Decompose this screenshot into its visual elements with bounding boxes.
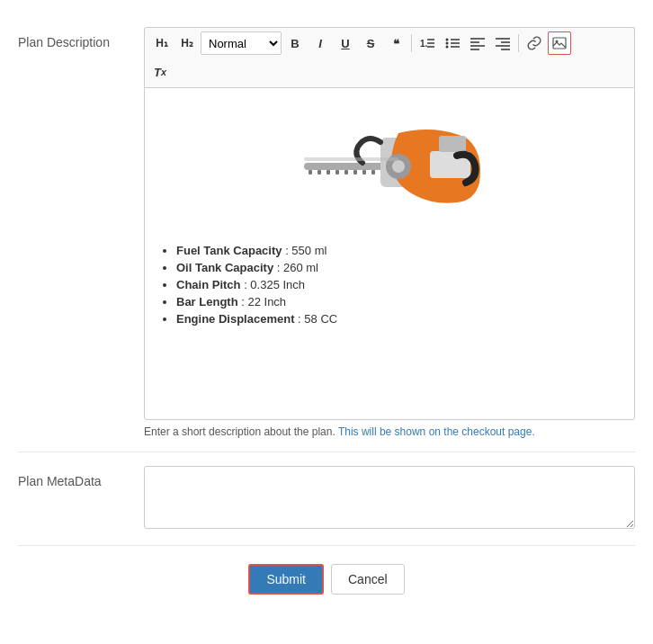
toolbar-separator-2	[518, 34, 519, 52]
svg-rect-41	[304, 157, 398, 161]
bullet-item: Bar Length : 22 Inch	[176, 295, 621, 309]
ol-icon: 1.	[420, 36, 434, 50]
toolbar-separator-1	[411, 34, 412, 52]
bullet-item: Oil Tank Capacity : 260 ml	[176, 261, 621, 274]
align-left-icon	[470, 36, 485, 50]
editor-content-area[interactable]: Fuel Tank Capacity : 550 ml Oil Tank Cap…	[144, 87, 635, 420]
svg-rect-24	[335, 170, 339, 174]
plan-description-label: Plan Description	[18, 27, 144, 52]
plan-metadata-row: Plan MetaData	[18, 452, 635, 546]
svg-rect-22	[318, 170, 321, 174]
svg-rect-37	[439, 136, 466, 152]
ordered-list-button[interactable]: 1.	[416, 31, 439, 55]
clear-format-button[interactable]: Tx	[150, 60, 170, 84]
align-right-icon	[496, 36, 510, 50]
submit-button[interactable]: Submit	[248, 564, 324, 595]
align-left-button[interactable]	[466, 31, 489, 55]
italic-button[interactable]: I	[309, 31, 332, 55]
link-button[interactable]	[523, 31, 546, 55]
quote-button[interactable]: ❝	[384, 31, 407, 55]
svg-point-40	[392, 160, 405, 173]
plan-metadata-control	[144, 466, 635, 532]
ul-icon	[445, 36, 460, 50]
h2-button[interactable]: H₂	[175, 31, 199, 55]
hint-highlight: This will be shown on the checkout page.	[338, 425, 535, 438]
plan-description-row: Plan Description H₁ H₂ Normal Heading 1 …	[18, 13, 635, 452]
plan-metadata-label: Plan MetaData	[18, 466, 144, 491]
link-icon	[527, 36, 541, 50]
editor-toolbar-row1: H₁ H₂ Normal Heading 1 Heading 2 Heading…	[144, 27, 635, 58]
svg-rect-21	[309, 170, 312, 174]
svg-point-4	[446, 39, 449, 41]
svg-rect-26	[353, 170, 357, 174]
unordered-list-button[interactable]	[441, 31, 464, 55]
svg-rect-23	[326, 170, 330, 174]
format-select[interactable]: Normal Heading 1 Heading 2 Heading 3	[201, 31, 282, 55]
svg-text:1.: 1.	[420, 39, 428, 49]
field-hint: Enter a short description about the plan…	[144, 425, 635, 438]
image-icon	[552, 36, 567, 50]
plan-description-editor: H₁ H₂ Normal Heading 1 Heading 2 Heading…	[144, 27, 635, 438]
h1-button[interactable]: H₁	[150, 31, 174, 55]
svg-rect-27	[362, 170, 366, 174]
image-button[interactable]	[548, 31, 571, 55]
bullet-item: Engine Displacement : 58 CC	[176, 312, 621, 326]
svg-rect-28	[371, 170, 375, 174]
bullet-item: Chain Pitch : 0.325 Inch	[176, 278, 621, 291]
chainsaw-svg	[291, 102, 488, 228]
bold-button[interactable]: B	[283, 31, 307, 55]
align-right-button[interactable]	[491, 31, 514, 55]
svg-rect-25	[344, 170, 348, 174]
editor-image	[158, 102, 621, 230]
underline-button[interactable]: U	[334, 31, 357, 55]
strikethrough-button[interactable]: S	[359, 31, 382, 55]
editor-bullet-list: Fuel Tank Capacity : 550 ml Oil Tank Cap…	[158, 244, 621, 326]
svg-point-6	[446, 46, 449, 49]
bullet-item: Fuel Tank Capacity : 550 ml	[176, 244, 621, 257]
svg-rect-18	[553, 38, 566, 49]
editor-toolbar-row2: Tx	[144, 58, 635, 87]
button-row: Submit Cancel	[18, 546, 635, 613]
cancel-button[interactable]: Cancel	[331, 564, 405, 595]
svg-point-5	[446, 42, 449, 45]
plan-metadata-textarea[interactable]	[144, 466, 635, 529]
